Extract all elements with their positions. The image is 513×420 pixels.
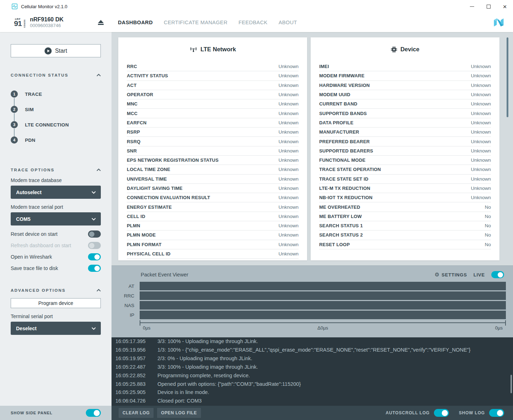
side-panel-footer: SHOW SIDE PANEL	[0, 406, 112, 420]
device-serial: 000960038746	[30, 23, 63, 28]
nav-tab[interactable]: CERTIFICATE MANAGER	[164, 20, 228, 25]
row-label: MCC	[127, 111, 138, 116]
trace-options-header[interactable]: TRACE OPTIONS	[11, 168, 101, 172]
autoscroll-log-toggle[interactable]	[434, 409, 449, 417]
table-row: RRC Unknown	[127, 62, 299, 71]
step-number-badge: 2	[11, 106, 18, 113]
table-row: RESET LOOP No	[319, 240, 491, 249]
row-value: Unknown	[471, 120, 491, 125]
row-value: No	[485, 204, 491, 210]
terminal-serial-port-select[interactable]: Deselect	[11, 322, 101, 335]
table-row: PREFERRED BEARER Unknown	[319, 137, 491, 146]
log-timestamp: 16:05:19.956	[115, 346, 157, 354]
dropdown-select[interactable]: COM5	[11, 212, 101, 225]
app-icon	[12, 4, 17, 9]
chevron-up-icon	[97, 289, 101, 292]
dropdown-value: Deselect	[16, 326, 37, 331]
settings-label: SETTINGS	[441, 272, 467, 278]
toggle-switch[interactable]	[88, 242, 101, 249]
show-side-panel-toggle[interactable]	[86, 409, 101, 417]
minimize-button[interactable]	[464, 0, 480, 13]
nav-tab[interactable]: FEEDBACK	[239, 20, 268, 25]
nav-tab[interactable]: DASHBOARD	[118, 20, 153, 25]
log-entry: 16:05:25.883 Opened port with options: {…	[115, 380, 513, 389]
chevron-up-icon	[97, 74, 101, 77]
program-device-button[interactable]: Program device	[11, 298, 101, 308]
packet-track-row: NAS	[112, 301, 513, 310]
nordic-semiconductor-logo	[492, 16, 505, 29]
row-label: SEARCH STATUS 2	[319, 232, 363, 238]
row-value: Unknown	[471, 157, 491, 163]
log-entry: 16:05:22.487 3/3: 100% - Uploading image…	[115, 363, 513, 372]
logo-91-text: 91	[11, 20, 25, 27]
row-label: PHYSICAL CELL ID	[127, 251, 171, 256]
packet-track-row: RRC	[112, 291, 513, 300]
row-label: UNIVERSAL TIME	[127, 176, 167, 182]
row-label: SNR	[127, 148, 137, 154]
row-value: Unknown	[471, 167, 491, 172]
table-row: SUPPORTED BANDS Unknown	[319, 109, 491, 118]
maximize-button[interactable]	[480, 0, 497, 13]
track-bar[interactable]	[140, 291, 506, 300]
table-row: EPS NETWORK REGISTRATION STATUS Unknown	[127, 156, 299, 165]
row-label: RSRQ	[127, 139, 140, 144]
eject-device-button[interactable]	[98, 20, 104, 25]
toggle-switch[interactable]	[88, 230, 101, 238]
chevron-down-icon	[92, 191, 96, 194]
track-bar[interactable]	[140, 311, 506, 319]
device-card: Device IMEI Unknown MODEM FIRMWARE Unkno…	[311, 37, 499, 260]
settings-button[interactable]: ⚙ SETTINGS	[435, 272, 467, 278]
row-label: RESET LOOP	[319, 242, 350, 247]
toggle-switch[interactable]	[88, 265, 101, 272]
log-timestamp: 16:05:19.957	[115, 354, 157, 363]
table-row: DATA PROFILE Unknown	[319, 118, 491, 128]
show-log-label: SHOW LOG	[459, 410, 485, 415]
toggle-switch[interactable]	[88, 253, 101, 260]
row-value: Unknown	[279, 167, 299, 172]
table-row: LOCAL TIME ZONE Unknown	[127, 165, 299, 174]
live-toggle[interactable]	[491, 271, 504, 278]
packet-track-row: IP	[112, 311, 513, 319]
open-log-file-button[interactable]: OPEN LOG FILE	[157, 408, 201, 418]
dashboard-scrollbar[interactable]	[507, 37, 508, 117]
track-bar[interactable]	[140, 282, 506, 290]
track-bar[interactable]	[140, 301, 506, 310]
row-value: Unknown	[279, 204, 299, 210]
row-value: Unknown	[279, 139, 299, 144]
table-row: OPERATOR Unknown	[127, 90, 299, 99]
trace-option-toggles: Reset device on start Refresh dashboard …	[11, 228, 101, 274]
dropdown-label: Modem trace database	[11, 177, 101, 183]
log-message: Closed port: COM3	[157, 397, 202, 405]
row-label: CONNECTION EVALUATION RESULT	[127, 195, 210, 200]
start-button[interactable]: Start	[11, 44, 101, 57]
close-button[interactable]: ×	[497, 0, 513, 13]
log-timestamp: 16:05:22.487	[115, 363, 157, 372]
log-scrollbar[interactable]	[511, 375, 512, 393]
table-row: PHYSICAL CELL ID Unknown	[127, 249, 299, 259]
row-label: NB-IOT TX REDUCTION	[319, 195, 373, 200]
row-value: Unknown	[279, 64, 299, 69]
row-value: Unknown	[279, 232, 299, 238]
toggle-row: Save trace file to disk	[11, 263, 101, 274]
log-panel[interactable]: 16:05:17.395 3/3: 100% - Uploading image…	[112, 337, 513, 406]
device-selector[interactable]: nRF 91 SERIES nRF9160 DK 000960038746	[0, 16, 112, 28]
row-value: No	[485, 214, 491, 219]
row-value: Unknown	[279, 83, 299, 88]
advanced-options-header[interactable]: ADVANCED OPTIONS	[11, 288, 101, 292]
track-label: IP	[112, 312, 134, 318]
row-label: RRC	[127, 64, 137, 69]
clear-log-button[interactable]: CLEAR LOG	[119, 408, 154, 418]
toggle-label: Save trace file to disk	[11, 265, 58, 271]
dropdown-select[interactable]: Autoselect	[11, 186, 101, 199]
log-timestamp: 16:05:22.852	[115, 372, 157, 380]
chevron-down-icon	[92, 218, 96, 221]
row-label: PLMN	[127, 223, 140, 228]
row-value: Unknown	[471, 176, 491, 182]
row-value: Unknown	[471, 129, 491, 135]
connection-status-header[interactable]: CONNECTION STATUS	[11, 73, 101, 77]
nav-tab[interactable]: ABOUT	[279, 20, 297, 25]
show-log-toggle[interactable]	[489, 409, 504, 417]
row-label: TRACE STATE OPERATION	[319, 167, 381, 172]
table-row: ACT Unknown	[127, 81, 299, 90]
table-row: FUNCTIONAL MODE Unknown	[319, 156, 491, 165]
